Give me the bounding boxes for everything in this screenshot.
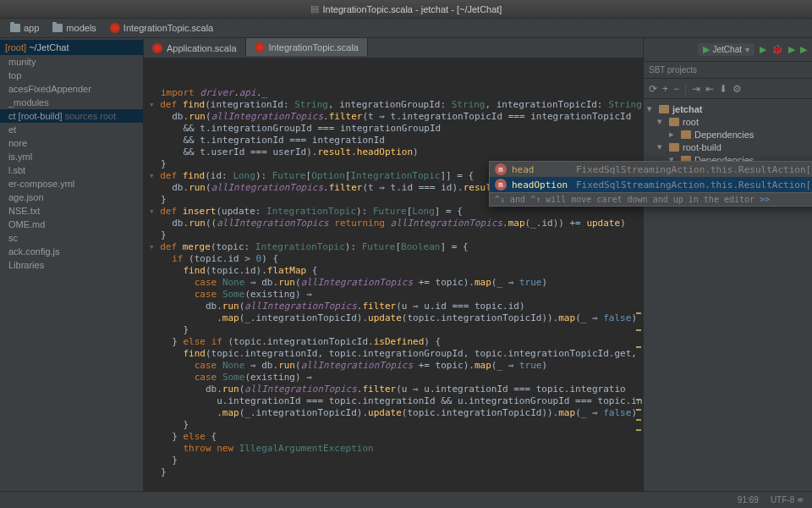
project-item[interactable]: sc bbox=[0, 231, 143, 245]
folder-icon bbox=[52, 24, 63, 32]
project-item[interactable]: Libraries bbox=[0, 258, 143, 272]
tree-label: jetchat bbox=[672, 104, 702, 114]
run-toolbar: ▶ JetChat ▾ ▶ 🐞 ▶ ▶ bbox=[644, 38, 812, 62]
completion-type: FixedSqlStreamingAction.this.ResultActio… bbox=[576, 179, 812, 190]
completion-type: FixedSqlStreamingAction.this.ResultActio… bbox=[576, 164, 812, 175]
completion-popup[interactable]: m head FixedSqlStreamingAction.this.Resu… bbox=[489, 161, 812, 207]
project-item[interactable]: _modules bbox=[0, 96, 143, 109]
remove-icon[interactable]: − bbox=[673, 83, 679, 95]
sbt-toolbar: ⟳ + − | ⇥ ⇤ ⬇ ⚙ bbox=[644, 79, 812, 99]
breadcrumb-label: IntegrationTopic.scala bbox=[123, 23, 213, 33]
hint-text: ^↓ and ^↑ will move caret down and up in… bbox=[495, 195, 754, 204]
method-icon: m bbox=[495, 163, 507, 175]
hint-link[interactable]: >> bbox=[760, 195, 770, 204]
window-titlebar: ▤ IntegrationTopic.scala - jetchat - [~/… bbox=[0, 0, 812, 19]
encoding[interactable]: UTF-8 ≑ bbox=[771, 495, 804, 505]
method-icon: m bbox=[495, 179, 507, 190]
tree-row[interactable]: ▾root-build bbox=[645, 141, 810, 153]
project-item[interactable]: acesFixedAppender bbox=[0, 82, 143, 96]
debug-button[interactable]: 🐞 bbox=[771, 44, 783, 55]
breadcrumb-models[interactable]: models bbox=[46, 20, 102, 36]
scala-icon bbox=[152, 43, 162, 53]
statusbar: 91:69 UTF-8 ≑ bbox=[0, 491, 812, 508]
editor-tabs: Application.scala IntegrationTopic.scala bbox=[144, 38, 643, 58]
folder-icon bbox=[10, 24, 20, 32]
run-coverage-button[interactable]: ▶ bbox=[788, 44, 795, 55]
root-path: ~/JetChat bbox=[29, 42, 69, 52]
download-icon[interactable]: ⬇ bbox=[719, 83, 727, 95]
tab-label: Application.scala bbox=[167, 43, 237, 53]
play-icon: ▶ bbox=[703, 44, 710, 55]
project-item[interactable]: NSE.txt bbox=[0, 204, 143, 218]
tree-root[interactable]: ▾ jetchat bbox=[645, 102, 810, 115]
chevron-down-icon: ▾ bbox=[745, 45, 749, 54]
completion-hint: ^↓ and ^↑ will move caret down and up in… bbox=[490, 192, 812, 206]
project-root[interactable]: [root] ~/JetChat bbox=[0, 40, 143, 55]
code-editor[interactable]: import driver.api._▾ def find(integratio… bbox=[144, 58, 643, 491]
run-button[interactable]: ▶ bbox=[760, 44, 766, 55]
project-item[interactable]: er-compose.yml bbox=[0, 177, 143, 190]
run-config-label: JetChat bbox=[713, 45, 742, 54]
scala-icon bbox=[255, 42, 265, 52]
window-title: IntegrationTopic.scala - jetchat - [~/Je… bbox=[323, 4, 502, 14]
project-item[interactable]: munity bbox=[0, 55, 143, 69]
project-item[interactable]: age.json bbox=[0, 190, 143, 204]
error-stripe[interactable] bbox=[634, 58, 643, 491]
completion-item[interactable]: m head FixedSqlStreamingAction.this.Resu… bbox=[490, 162, 812, 177]
tab-integrationtopic[interactable]: IntegrationTopic.scala bbox=[246, 38, 368, 58]
file-icon: ▤ bbox=[310, 3, 319, 14]
breadcrumb-app[interactable]: app bbox=[3, 20, 46, 36]
completion-name: head bbox=[512, 164, 571, 175]
expand-icon[interactable]: ⇥ bbox=[692, 83, 700, 95]
refresh-icon[interactable]: ⟳ bbox=[649, 83, 657, 95]
editor-area: Application.scala IntegrationTopic.scala… bbox=[144, 38, 643, 491]
project-item[interactable]: nore bbox=[0, 136, 143, 150]
right-panel: ▶ JetChat ▾ ▶ 🐞 ▶ ▶ SBT projects ⟳ + − |… bbox=[643, 38, 812, 491]
project-panel[interactable]: [root] ~/JetChat munitytopacesFixedAppen… bbox=[0, 38, 144, 491]
settings-icon[interactable]: ⚙ bbox=[732, 83, 742, 95]
scala-icon bbox=[110, 23, 120, 33]
completion-name: headOption bbox=[512, 179, 571, 190]
project-item[interactable]: ack.config.js bbox=[0, 245, 143, 258]
breadcrumb-file[interactable]: IntegrationTopic.scala bbox=[103, 20, 220, 36]
tree-row[interactable]: ▸Dependencies bbox=[645, 128, 810, 141]
project-item[interactable]: l.sbt bbox=[0, 163, 143, 177]
run-profile-button[interactable]: ▶ bbox=[800, 44, 807, 55]
completion-item-selected[interactable]: m headOption FixedSqlStreamingAction.thi… bbox=[490, 177, 812, 192]
project-item[interactable]: is.yml bbox=[0, 150, 143, 163]
add-icon[interactable]: + bbox=[662, 83, 668, 95]
root-label: [root] bbox=[5, 42, 26, 52]
breadcrumb-label: app bbox=[24, 23, 39, 33]
project-item[interactable]: OME.md bbox=[0, 218, 143, 231]
project-item[interactable]: et bbox=[0, 123, 143, 136]
project-item[interactable]: top bbox=[0, 69, 143, 82]
caret-position: 91:69 bbox=[738, 495, 759, 505]
breadcrumb-label: models bbox=[66, 23, 96, 33]
sbt-panel-header: SBT projects bbox=[644, 62, 812, 79]
folder-icon bbox=[659, 105, 669, 113]
chevron-down-icon: ▾ bbox=[647, 103, 656, 114]
tab-application[interactable]: Application.scala bbox=[144, 38, 246, 58]
tree-row[interactable]: ▾root bbox=[645, 115, 810, 128]
tab-label: IntegrationTopic.scala bbox=[269, 42, 359, 52]
project-item[interactable]: ct [root-build] sources root bbox=[0, 109, 143, 123]
breadcrumb-bar: app models IntegrationTopic.scala bbox=[0, 19, 812, 38]
run-config-selector[interactable]: ▶ JetChat ▾ bbox=[698, 43, 754, 56]
collapse-icon[interactable]: ⇤ bbox=[705, 83, 714, 95]
